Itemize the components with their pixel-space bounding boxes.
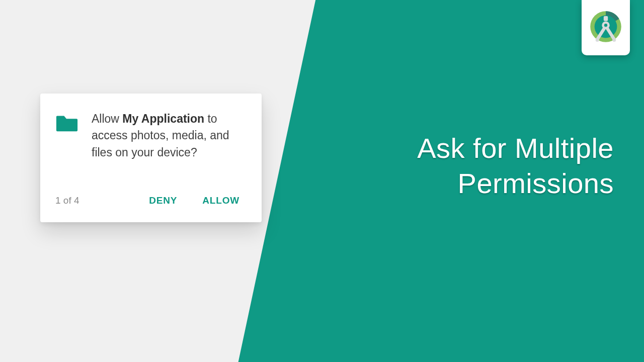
permission-counter: 1 of 4 [55, 195, 79, 206]
permission-message: Allow My Application to access photos, m… [92, 111, 247, 161]
stage: Ask for Multiple Permissions [0, 0, 644, 362]
svg-point-8 [612, 38, 616, 42]
allow-button[interactable]: ALLOW [195, 191, 247, 210]
permission-dialog: Allow My Application to access photos, m… [40, 94, 262, 222]
headline-line2: Permissions [458, 167, 614, 199]
android-studio-icon [588, 9, 623, 46]
headline-line1: Ask for Multiple [417, 132, 614, 164]
svg-rect-4 [604, 16, 608, 21]
android-studio-logo-badge [582, 0, 630, 55]
permission-app-name: My Application [122, 112, 204, 125]
svg-point-6 [604, 24, 607, 27]
folder-icon [55, 113, 78, 135]
permission-prefix: Allow [92, 112, 122, 125]
headline: Ask for Multiple Permissions [332, 131, 614, 201]
deny-button[interactable]: DENY [142, 191, 184, 210]
svg-point-7 [596, 38, 599, 42]
